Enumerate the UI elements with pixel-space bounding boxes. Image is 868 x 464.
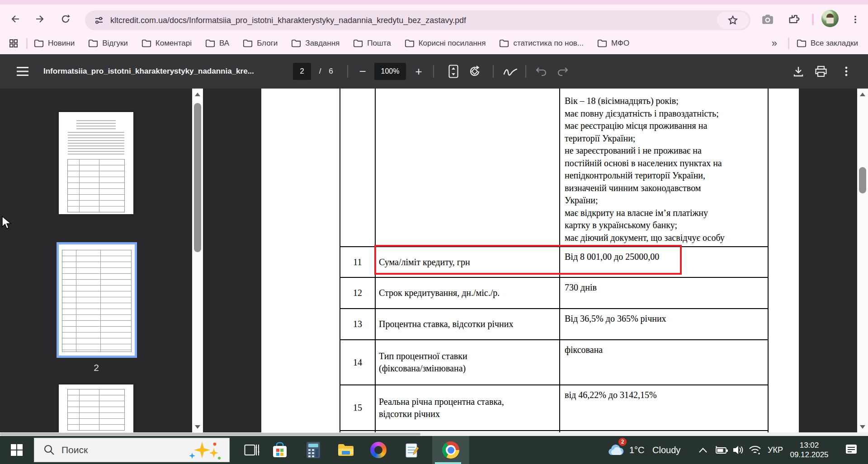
folder-icon <box>353 39 363 48</box>
page-number-input[interactable]: 2 <box>293 54 311 89</box>
weather-condition[interactable]: Cloudy <box>652 436 680 464</box>
page-thumbnail-1[interactable] <box>59 112 133 214</box>
browser-menu-button[interactable] <box>847 11 863 28</box>
calculator-button[interactable] <box>297 436 329 464</box>
kebab-menu-icon <box>850 14 860 24</box>
zoom-out-button[interactable]: − <box>355 54 370 89</box>
fit-page-icon <box>448 65 458 78</box>
file-explorer-button[interactable] <box>330 436 362 464</box>
bookmark-folder-komentari[interactable]: Коментарі <box>142 39 192 48</box>
thumbnail-table <box>67 159 125 212</box>
table-row: 12 Строк кредитування, дн./міс./р. 730 д… <box>340 277 768 308</box>
language-indicator[interactable]: УКР <box>765 436 786 464</box>
task-view-button[interactable] <box>236 436 268 464</box>
bookmark-label: статистика по нов... <box>513 39 584 48</box>
row-label: Реальна річна процентна ставка, відсотки… <box>375 385 559 430</box>
redo-button[interactable] <box>554 54 571 89</box>
apps-grid-button[interactable] <box>8 38 19 49</box>
page-scrollbar[interactable] <box>857 89 868 433</box>
download-button[interactable] <box>789 54 807 89</box>
search-icon <box>43 444 55 456</box>
file-explorer-icon <box>337 443 354 457</box>
bookmarks-overflow-button[interactable]: » <box>768 37 781 49</box>
folder-icon <box>405 39 415 48</box>
undo-button[interactable] <box>533 54 550 89</box>
row-number: 11 <box>340 247 375 277</box>
microsoft-store-button[interactable] <box>264 436 296 464</box>
network-button[interactable] <box>746 436 764 464</box>
profile-avatar[interactable] <box>821 10 839 27</box>
chrome-button-active[interactable] <box>432 436 469 464</box>
horizontal-scrollbar[interactable] <box>0 432 868 436</box>
wifi-icon <box>749 445 761 455</box>
redo-icon <box>557 66 569 76</box>
bookmark-folder-blohy[interactable]: Блоги <box>243 39 278 48</box>
forward-icon <box>35 14 46 24</box>
zoom-in-button[interactable]: + <box>411 54 426 89</box>
weather-temp[interactable]: 1°C <box>629 436 645 464</box>
start-button[interactable] <box>1 436 33 464</box>
page-thumbnail-3[interactable] <box>59 384 133 433</box>
rotate-button[interactable] <box>466 54 484 89</box>
annotate-button[interactable] <box>501 54 520 89</box>
puzzle-icon <box>787 13 800 26</box>
pdf-menu-button[interactable] <box>14 54 32 89</box>
thumbnail-text-lines <box>76 120 116 129</box>
url-bar[interactable]: kltcredit.com.ua/docs/Informatsiia_pro_i… <box>85 10 750 30</box>
bookmark-folder-poshta[interactable]: Пошта <box>353 39 391 48</box>
sidebar-scrollbar[interactable] <box>192 89 203 433</box>
site-settings-icon[interactable] <box>94 15 104 25</box>
thumbnail-table <box>67 389 125 431</box>
scroll-down-arrow[interactable] <box>192 421 203 433</box>
battery-button[interactable] <box>712 436 730 464</box>
print-button[interactable] <box>812 54 830 89</box>
url-text[interactable]: kltcredit.com.ua/docs/Informatsiia_pro_i… <box>110 16 466 25</box>
page-separator: / <box>316 54 325 89</box>
bookmark-folder-zavdannia[interactable]: Завдання <box>291 39 340 48</box>
notification-center-button[interactable] <box>843 436 861 464</box>
table-row: 15 Реальна річна процентна ставка, відсо… <box>340 384 768 430</box>
weather-button[interactable]: 2 <box>606 436 627 464</box>
table-row: 14 Тип процентної ставки (фіксована/змін… <box>340 339 768 384</box>
horizontal-scrollbar-thumb[interactable] <box>0 433 420 436</box>
scroll-down-arrow[interactable] <box>857 421 868 433</box>
bookmark-folder-vidhuky[interactable]: Відгуки <box>88 39 128 48</box>
zoom-level-input[interactable]: 100% <box>374 54 406 89</box>
row-label: Тип процентної ставки (фіксована/змінюва… <box>375 340 559 384</box>
notepad-button[interactable] <box>396 436 428 464</box>
bookmark-folder-statystyka[interactable]: статистика по нов... <box>499 39 584 48</box>
reload-button[interactable] <box>58 11 73 27</box>
row-label: Процентна ставка, відсотки річних <box>375 309 559 339</box>
page-thumbnail-2-selected[interactable] <box>57 242 137 358</box>
back-button[interactable] <box>7 11 23 27</box>
star-icon <box>727 14 739 26</box>
time: 13:02 <box>800 441 819 450</box>
screenshot-button[interactable] <box>760 11 776 28</box>
bookmark-folder-mfo[interactable]: МФО <box>597 39 629 48</box>
scroll-up-arrow[interactable] <box>192 89 203 100</box>
toolbar-divider <box>493 65 494 78</box>
sidebar-scrollbar-thumb[interactable] <box>194 103 201 252</box>
volume-button[interactable] <box>730 436 747 464</box>
bookmark-folder-va[interactable]: ВА <box>205 39 229 48</box>
bookmark-folder-novyny[interactable]: Новини <box>34 39 75 48</box>
copilot-button[interactable] <box>363 436 394 464</box>
bookmark-label: ВА <box>219 39 229 48</box>
pdf-more-button[interactable] <box>837 54 855 89</box>
table-row: Вік – 18 (вісімнадцять) років; має повну… <box>340 89 768 246</box>
bookmark-star-button[interactable] <box>717 12 749 29</box>
folder-icon <box>499 39 509 48</box>
taskbar-search-input[interactable]: Поиск <box>34 438 230 462</box>
forward-button[interactable] <box>33 11 48 27</box>
tray-expand-button[interactable] <box>695 436 711 464</box>
scroll-up-arrow[interactable] <box>857 89 868 100</box>
microsoft-store-icon <box>272 442 288 458</box>
page-scrollbar-thumb[interactable] <box>859 167 866 193</box>
extensions-button[interactable] <box>785 11 802 28</box>
bookmark-folder-korysni[interactable]: Корисні посилання <box>405 39 486 48</box>
clock[interactable]: 13:02 09.12.2025 <box>787 436 832 464</box>
mouse-cursor <box>2 216 12 230</box>
browser-toolbar: kltcredit.com.ua/docs/Informatsiia_pro_i… <box>0 5 868 33</box>
all-bookmarks-button[interactable]: Все закладки <box>797 39 858 48</box>
fit-page-button[interactable] <box>445 54 462 89</box>
